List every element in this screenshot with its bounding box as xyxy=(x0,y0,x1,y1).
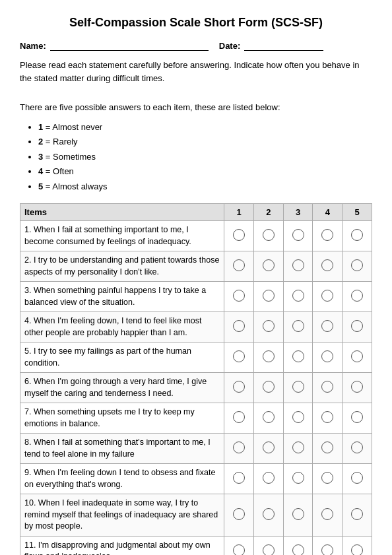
radio-cell-7-3[interactable] xyxy=(283,403,313,434)
radio-8-3[interactable] xyxy=(292,441,304,453)
radio-cell-2-5[interactable] xyxy=(343,251,372,282)
radio-10-4[interactable] xyxy=(321,508,333,520)
radio-cell-7-5[interactable] xyxy=(343,403,372,434)
radio-cell-5-2[interactable] xyxy=(253,343,283,373)
radio-8-1[interactable] xyxy=(233,441,245,453)
radio-cell-5-5[interactable] xyxy=(343,343,372,373)
radio-5-1[interactable] xyxy=(233,350,245,362)
radio-cell-9-2[interactable] xyxy=(253,464,283,494)
radio-1-2[interactable] xyxy=(263,229,275,241)
radio-7-5[interactable] xyxy=(351,411,363,423)
radio-10-3[interactable] xyxy=(292,508,304,520)
radio-cell-8-4[interactable] xyxy=(313,434,343,464)
radio-6-4[interactable] xyxy=(321,381,333,393)
radio-5-3[interactable] xyxy=(292,350,304,362)
radio-3-1[interactable] xyxy=(233,290,245,302)
radio-11-2[interactable] xyxy=(263,544,275,556)
name-input-line[interactable] xyxy=(50,40,209,51)
radio-9-3[interactable] xyxy=(292,472,304,484)
radio-cell-3-5[interactable] xyxy=(343,282,372,312)
radio-1-3[interactable] xyxy=(292,229,304,241)
radio-7-1[interactable] xyxy=(233,411,245,423)
radio-5-5[interactable] xyxy=(351,350,363,362)
radio-cell-1-4[interactable] xyxy=(313,221,343,251)
radio-cell-1-1[interactable] xyxy=(224,221,254,251)
radio-4-1[interactable] xyxy=(233,320,245,332)
radio-9-4[interactable] xyxy=(321,472,333,484)
date-input-line[interactable] xyxy=(244,40,323,51)
radio-11-3[interactable] xyxy=(292,544,304,556)
radio-cell-4-2[interactable] xyxy=(253,312,283,343)
radio-cell-10-4[interactable] xyxy=(313,494,343,537)
radio-11-1[interactable] xyxy=(233,544,245,556)
radio-7-3[interactable] xyxy=(292,411,304,423)
radio-2-2[interactable] xyxy=(263,259,275,271)
radio-cell-9-5[interactable] xyxy=(343,464,372,494)
radio-cell-6-4[interactable] xyxy=(313,373,343,403)
radio-2-3[interactable] xyxy=(292,259,304,271)
radio-cell-2-3[interactable] xyxy=(283,251,313,282)
radio-2-5[interactable] xyxy=(351,259,363,271)
radio-cell-6-2[interactable] xyxy=(253,373,283,403)
radio-8-4[interactable] xyxy=(321,441,333,453)
radio-cell-10-3[interactable] xyxy=(283,494,313,537)
radio-cell-11-3[interactable] xyxy=(283,536,313,555)
radio-9-5[interactable] xyxy=(351,472,363,484)
radio-cell-8-1[interactable] xyxy=(224,434,254,464)
radio-cell-6-1[interactable] xyxy=(224,373,254,403)
radio-3-4[interactable] xyxy=(321,290,333,302)
radio-6-1[interactable] xyxy=(233,381,245,393)
radio-cell-5-1[interactable] xyxy=(224,343,254,373)
radio-cell-11-5[interactable] xyxy=(343,536,372,555)
radio-cell-3-2[interactable] xyxy=(253,282,283,312)
radio-cell-10-1[interactable] xyxy=(224,494,254,537)
radio-7-4[interactable] xyxy=(321,411,333,423)
radio-cell-3-1[interactable] xyxy=(224,282,254,312)
radio-8-2[interactable] xyxy=(263,441,275,453)
radio-cell-6-5[interactable] xyxy=(343,373,372,403)
radio-6-2[interactable] xyxy=(263,381,275,393)
radio-cell-5-3[interactable] xyxy=(283,343,313,373)
radio-cell-6-3[interactable] xyxy=(283,373,313,403)
radio-1-1[interactable] xyxy=(233,229,245,241)
radio-cell-3-4[interactable] xyxy=(313,282,343,312)
radio-3-2[interactable] xyxy=(263,290,275,302)
radio-6-5[interactable] xyxy=(351,381,363,393)
radio-cell-7-4[interactable] xyxy=(313,403,343,434)
radio-10-5[interactable] xyxy=(351,508,363,520)
radio-cell-4-5[interactable] xyxy=(343,312,372,343)
radio-11-5[interactable] xyxy=(351,544,363,556)
radio-cell-9-1[interactable] xyxy=(224,464,254,494)
radio-2-4[interactable] xyxy=(321,259,333,271)
radio-6-3[interactable] xyxy=(292,381,304,393)
radio-cell-4-4[interactable] xyxy=(313,312,343,343)
radio-9-1[interactable] xyxy=(233,472,245,484)
radio-1-5[interactable] xyxy=(351,229,363,241)
radio-cell-9-4[interactable] xyxy=(313,464,343,494)
radio-5-2[interactable] xyxy=(263,350,275,362)
radio-4-4[interactable] xyxy=(321,320,333,332)
radio-10-1[interactable] xyxy=(233,508,245,520)
radio-3-5[interactable] xyxy=(351,290,363,302)
radio-10-2[interactable] xyxy=(263,508,275,520)
radio-cell-4-1[interactable] xyxy=(224,312,254,343)
radio-cell-11-1[interactable] xyxy=(224,536,254,555)
radio-cell-1-3[interactable] xyxy=(283,221,313,251)
radio-4-2[interactable] xyxy=(263,320,275,332)
radio-7-2[interactable] xyxy=(263,411,275,423)
radio-cell-9-3[interactable] xyxy=(283,464,313,494)
radio-cell-10-2[interactable] xyxy=(253,494,283,537)
radio-cell-8-5[interactable] xyxy=(343,434,372,464)
radio-cell-11-4[interactable] xyxy=(313,536,343,555)
radio-cell-7-1[interactable] xyxy=(224,403,254,434)
radio-3-3[interactable] xyxy=(292,290,304,302)
radio-9-2[interactable] xyxy=(263,472,275,484)
radio-cell-4-3[interactable] xyxy=(283,312,313,343)
radio-cell-3-3[interactable] xyxy=(283,282,313,312)
radio-1-4[interactable] xyxy=(321,229,333,241)
radio-4-5[interactable] xyxy=(351,320,363,332)
radio-cell-2-4[interactable] xyxy=(313,251,343,282)
radio-5-4[interactable] xyxy=(321,350,333,362)
radio-8-5[interactable] xyxy=(351,441,363,453)
radio-cell-1-5[interactable] xyxy=(343,221,372,251)
